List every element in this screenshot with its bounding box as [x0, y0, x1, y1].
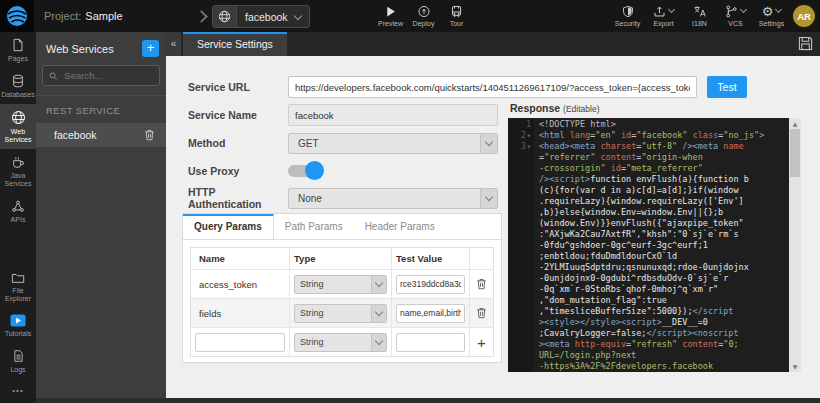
code-line: 2▾<html lang="en" id="facebook" class="n… [508, 130, 789, 141]
line-number [508, 295, 534, 306]
search-input[interactable] [62, 69, 153, 82]
method-select[interactable]: GET [288, 133, 498, 154]
security-button[interactable]: Security [613, 5, 642, 27]
deploy-button[interactable]: Deploy [409, 0, 438, 32]
test-button[interactable]: Test [707, 76, 747, 98]
param-type-select[interactable]: String [294, 275, 387, 294]
vcs-label: VCS [728, 20, 742, 27]
sidebar-item-tutorials[interactable]: Tutorials [0, 308, 36, 343]
new-param-type-select[interactable]: String [294, 333, 387, 352]
api-nodes-icon [11, 199, 25, 213]
export-label: Export [653, 20, 673, 27]
i18n-button[interactable]: I18N [685, 5, 714, 27]
sidebar-item-apis[interactable]: APIs [0, 193, 36, 229]
col-header-type: Type [289, 248, 391, 269]
code-line: ;enbtldou;fduDmdldourCxO`ld [508, 251, 789, 262]
sidebar-item-label: Logs [10, 366, 25, 374]
rest-service-section-label: REST SERVICE [36, 95, 166, 123]
service-list-item-facebook[interactable]: facebook [36, 123, 166, 147]
cloud-upload-icon [417, 5, 431, 18]
trash-icon[interactable] [144, 129, 155, 141]
sidebar-item-pages[interactable]: Pages [0, 32, 36, 68]
editor-scrollbar[interactable]: ▲ ▼ [789, 118, 801, 372]
tab-header-params[interactable]: Header Params [354, 214, 446, 239]
sidebar-item-databases[interactable]: Databases [0, 68, 36, 104]
service-name-input[interactable] [288, 104, 498, 126]
main-content: « Service Settings Service URL Test Serv… [166, 32, 820, 398]
app-selector-dropdown[interactable]: facebook [212, 5, 310, 28]
sidebar-item-label: Tutorials [5, 330, 32, 338]
shield-icon [622, 5, 634, 18]
search-icon [49, 71, 57, 81]
add-param-button[interactable]: + [477, 335, 486, 350]
new-param-name-input[interactable] [195, 333, 285, 352]
sidebar-item-java-services[interactable]: Java Services [0, 149, 36, 193]
more-options-button[interactable]: ••• [0, 386, 36, 395]
col-header-test-value: Test Value [391, 248, 469, 269]
collapse-panel-button[interactable]: « [166, 32, 181, 56]
code-line: URL=/login.php?next [508, 350, 789, 361]
tab-path-params[interactable]: Path Params [274, 214, 354, 239]
method-value: GET [298, 138, 319, 149]
http-auth-label: HTTP Authentication [188, 186, 288, 210]
trash-icon[interactable] [476, 278, 487, 290]
security-label: Security [615, 20, 640, 27]
line-number [508, 350, 534, 361]
code-line: ,"dom_mutation_flag":true [508, 295, 789, 306]
line-number [508, 174, 534, 185]
param-type-value: String [300, 279, 324, 289]
add-service-button[interactable]: + [142, 40, 159, 57]
line-number [508, 152, 534, 163]
param-test-value-input[interactable] [396, 304, 465, 323]
col-header-actions [469, 248, 493, 269]
sidebar-item-file-explorer[interactable]: File Explorer [0, 265, 36, 308]
app-logo[interactable] [0, 0, 34, 32]
scroll-down-arrow[interactable]: ▼ [789, 363, 801, 370]
line-number [508, 339, 534, 350]
param-type-select[interactable]: String [294, 304, 387, 323]
avatar[interactable]: AR [793, 5, 815, 27]
response-editor[interactable]: 1<!DOCTYPE html>2▾<html lang="en" id="fa… [508, 118, 801, 372]
video-play-icon [10, 314, 26, 327]
app-selector-value: facebook [237, 11, 295, 23]
chevron-down-icon [480, 189, 497, 208]
trash-icon[interactable] [476, 307, 487, 319]
vcs-button[interactable]: VCS [721, 5, 750, 27]
bottom-bar [0, 398, 820, 403]
panel-header: Web Services + [36, 32, 166, 64]
line-number [508, 284, 534, 295]
scrollbar-thumb[interactable] [790, 129, 800, 177]
page-icon [11, 38, 25, 52]
new-param-test-value-input[interactable] [396, 333, 465, 352]
param-type-value: String [300, 337, 324, 347]
table-row: fields String [191, 299, 493, 328]
save-icon[interactable] [798, 36, 813, 51]
tab-service-settings[interactable]: Service Settings [183, 32, 287, 56]
tab-query-params[interactable]: Query Params [183, 214, 274, 239]
tour-button[interactable]: Tour [442, 0, 471, 32]
sidebar-item-logs[interactable]: Logs [0, 343, 36, 379]
export-button[interactable]: Export [649, 5, 678, 27]
service-url-input[interactable] [288, 76, 697, 98]
scroll-up-arrow[interactable]: ▲ [789, 120, 801, 127]
service-url-row: Service URL [188, 76, 697, 98]
param-test-value-input[interactable] [396, 275, 465, 294]
search-box[interactable] [42, 65, 160, 86]
logs-icon [12, 349, 25, 363]
line-number [508, 163, 534, 174]
globe-icon [213, 6, 237, 27]
preview-button[interactable]: Preview [376, 0, 405, 32]
settings-button[interactable]: ⚙ Settings [757, 6, 786, 27]
line-number [508, 262, 534, 273]
table-row: access_token String [191, 270, 493, 299]
preview-label: Preview [378, 20, 403, 27]
sidebar-item-web-services[interactable]: Web Services [0, 104, 36, 149]
params-tabs: Query Params Path Params Header Params [183, 214, 501, 240]
http-auth-select[interactable]: None [288, 188, 498, 209]
chevron-down-icon [775, 6, 782, 13]
use-proxy-toggle[interactable] [288, 165, 321, 177]
chevron-down-icon [371, 334, 386, 351]
code-line: ,"timesliceBufferSize":5000});</script [508, 306, 789, 317]
code-editor-lines[interactable]: 1<!DOCTYPE html>2▾<html lang="en" id="fa… [508, 118, 789, 372]
sidebar-item-label: Pages [8, 55, 28, 63]
